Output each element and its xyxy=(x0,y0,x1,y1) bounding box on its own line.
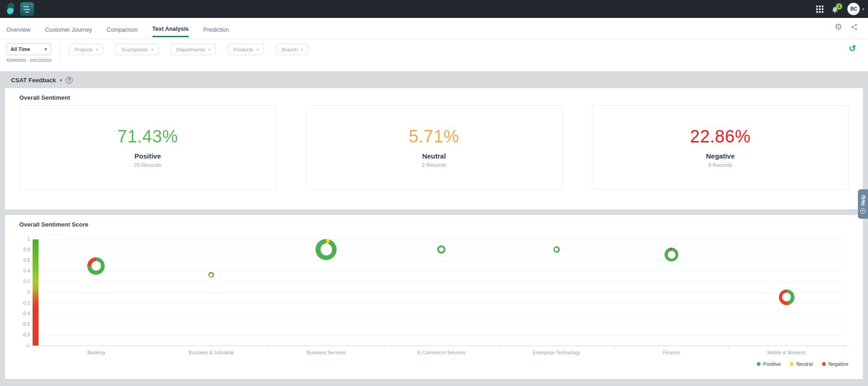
donut-point-business-services[interactable] xyxy=(316,239,337,260)
chevron-down-icon: ▾ xyxy=(151,47,153,52)
sentiment-card-positive: 71.43%Positive25 Records xyxy=(19,105,276,189)
filter-chip-branch[interactable]: Branch▾ xyxy=(276,44,308,55)
brand-logo-icon xyxy=(5,2,17,17)
y-axis-tick-label: 0 xyxy=(9,290,30,295)
y-axis-tick-label: 0.2 xyxy=(9,279,30,284)
legend-label: Negative xyxy=(829,361,848,367)
sentiment-card-negative: 22.86%Negative8 Records xyxy=(592,105,849,189)
filter-chip-departments[interactable]: Departments▾ xyxy=(171,44,216,55)
x-axis-tick xyxy=(154,346,154,348)
overall-sentiment-panel: Overall Sentiment 71.43%Positive25 Recor… xyxy=(5,88,863,210)
logo-drop-bottom xyxy=(6,7,14,15)
donut-point-enterprise-technology[interactable] xyxy=(553,246,560,253)
chevron-down-icon[interactable]: ▾ xyxy=(60,78,62,83)
card-label: Negative xyxy=(706,152,735,160)
card-value: 5.71% xyxy=(409,127,459,147)
sentiment-gradient-axis xyxy=(33,239,39,346)
legend-item-positive[interactable]: Positive xyxy=(757,361,781,367)
gridline xyxy=(39,271,844,272)
refresh-icon[interactable]: ↺ xyxy=(849,43,856,54)
chip-label: Projects xyxy=(74,47,93,52)
help-circle-icon[interactable]: ? xyxy=(66,77,73,84)
divider xyxy=(60,42,60,62)
tab-text-analysis[interactable]: Text Analysis xyxy=(152,19,189,37)
category-label-banking: Banking xyxy=(45,350,147,355)
x-axis xyxy=(33,346,849,346)
gridline xyxy=(39,335,844,335)
donut-hole xyxy=(555,248,558,251)
category-label-e-commerce-services: E-Commerce Services xyxy=(391,350,492,355)
y-axis-tick-label: -1 xyxy=(9,343,30,348)
chip-label: Products xyxy=(233,47,253,52)
donut-point-e-commerce-services[interactable] xyxy=(437,245,445,254)
donut-point-business-industrial[interactable] xyxy=(209,272,214,278)
tab-prediction[interactable]: Prediction xyxy=(203,20,229,37)
donut-hole xyxy=(209,273,213,277)
date-range-label: 6/29/2020 - 10/13/2022 xyxy=(6,57,51,62)
sentiment-card-neutral: 5.71%Neutral2 Records xyxy=(306,105,563,189)
tab-comparison[interactable]: Comparison xyxy=(107,20,137,37)
apps-grid-icon[interactable] xyxy=(816,6,823,13)
card-label: Neutral xyxy=(422,152,446,160)
top-bar: 1 BC ▾ xyxy=(0,0,868,18)
tab-overview[interactable]: Overview xyxy=(6,20,30,37)
card-records: 25 Records xyxy=(134,162,161,168)
notification-badge: 1 xyxy=(836,3,842,10)
y-axis-tick-label: -0.2 xyxy=(9,301,30,306)
help-tab[interactable]: ? Help xyxy=(858,189,868,219)
category-label-business-industrial: Business & Industrial xyxy=(161,350,262,355)
donut-hole xyxy=(91,261,101,271)
card-value: 22.86% xyxy=(690,127,751,147)
y-axis-tick-label: 0.8 xyxy=(9,247,30,252)
category-label-enterprise-technology: Enterprise Technology xyxy=(506,350,607,355)
chevron-down-icon: ▾ xyxy=(209,47,211,52)
x-axis-tick xyxy=(269,346,269,348)
chevron-down-icon: ▾ xyxy=(256,47,259,52)
y-axis-tick-label: -0.6 xyxy=(9,322,30,327)
legend-item-negative[interactable]: Negative xyxy=(822,361,848,367)
avatar[interactable]: BC xyxy=(847,3,860,15)
card-label: Positive xyxy=(135,152,161,160)
card-value: 71.43% xyxy=(118,127,178,147)
widget-selector[interactable]: CSAT Feedback xyxy=(11,77,56,84)
donut-point-finance[interactable] xyxy=(665,248,678,261)
chip-label: Branch xyxy=(282,47,298,52)
filter-chip-touchpoints[interactable]: Touchpoints▾ xyxy=(115,44,158,55)
chip-label: Touchpoints xyxy=(121,47,148,52)
y-axis-tick-label: 0.4 xyxy=(9,268,30,273)
donut-hole xyxy=(439,247,444,252)
tab-bar: OverviewCustomer JourneyComparisonText A… xyxy=(0,18,868,39)
sentiment-score-panel: Overall Sentiment Score 10.80.60.40.20-0… xyxy=(5,215,863,379)
content-area: CSAT Feedback ▾ ? Overall Sentiment 71.4… xyxy=(0,71,868,386)
x-axis-tick xyxy=(384,346,384,348)
sentiment-score-chart: 10.80.60.40.20-0.2-0.4-0.6-0.8-1BankingB… xyxy=(5,215,863,379)
legend-dot-icon xyxy=(790,362,794,366)
legend-label: Neutral xyxy=(796,361,812,367)
app-root: 1 BC ▾ OverviewCustomer JourneyCompariso… xyxy=(0,0,868,386)
share-icon[interactable] xyxy=(851,23,858,31)
donut-point-mobile-wireless[interactable] xyxy=(779,290,795,305)
gridline xyxy=(39,239,844,240)
donut-hole xyxy=(668,251,676,259)
legend-item-neutral[interactable]: Neutral xyxy=(790,361,812,367)
settings-gear-icon[interactable]: ⚙ xyxy=(834,23,842,31)
main-menu-button[interactable] xyxy=(20,2,34,16)
gridline xyxy=(39,303,844,304)
y-axis-tick-label: 1 xyxy=(9,237,30,242)
user-menu[interactable]: BC ▾ xyxy=(847,3,864,15)
gridline xyxy=(39,261,844,261)
filter-chip-products[interactable]: Products▾ xyxy=(228,44,264,55)
category-label-finance: Finance xyxy=(621,350,722,355)
chevron-down-icon: ▾ xyxy=(96,47,98,52)
y-axis-tick-label: 0.6 xyxy=(9,258,30,263)
tab-customer-journey[interactable]: Customer Journey xyxy=(45,20,92,37)
donut-hole xyxy=(782,293,791,301)
filter-chip-projects[interactable]: Projects▾ xyxy=(69,44,103,55)
time-range-select[interactable]: All Time ▾ xyxy=(6,43,51,55)
notifications-button[interactable]: 1 xyxy=(831,4,840,14)
gridline xyxy=(39,324,844,325)
y-axis-tick-label: -0.4 xyxy=(9,311,30,316)
donut-point-banking[interactable] xyxy=(87,257,105,275)
chevron-down-icon: ▾ xyxy=(45,47,47,51)
donut-hole xyxy=(321,244,333,255)
